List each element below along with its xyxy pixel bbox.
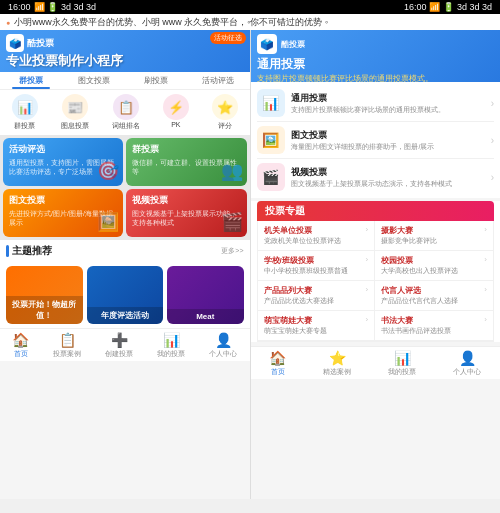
vt-brand[interactable]: › 代言人评选 产品品位代言代言人选择	[375, 281, 493, 311]
right-logo-text: 酷投票	[281, 39, 305, 50]
vt-school[interactable]: › 学校/班级投票 中小学校投票班级投票普通	[258, 251, 376, 281]
right-nav-select[interactable]: ⭐ 精选案例	[323, 350, 351, 377]
vt-product[interactable]: › 产品品列大赛 产品品比优选大赛选择	[258, 281, 376, 311]
right-nav-home[interactable]: 🏠 首页	[269, 350, 286, 377]
right-nav-myvote-icon: 📊	[394, 350, 411, 366]
left-nav-my-label: 我的投票	[157, 349, 185, 359]
tab-group-vote[interactable]: 群投票	[0, 72, 62, 89]
rfi-video-vote[interactable]: 🎬 视频投票 图文视频基于上架投票展示动态演示，支持各种模式 ›	[257, 159, 495, 195]
right-nav-myvote[interactable]: 📊 我的投票	[388, 350, 416, 377]
rfi-arrow-general: ›	[491, 98, 494, 109]
func-score[interactable]: ⭐ 评分	[212, 94, 238, 131]
vt-calligraphy-main: 书法大赛	[381, 315, 487, 326]
top-bar-right: 16:00 📶 🔋 3d 3d 3d	[404, 2, 492, 12]
rfi-title-general: 通用投票	[291, 92, 485, 105]
vt-campus-sub: 大学高校也出入投票评选	[381, 266, 487, 276]
app-logo-icon: 🗳️	[6, 34, 24, 52]
right-nav-profile[interactable]: 👤 个人中心	[453, 350, 481, 377]
feature-card-activity[interactable]: 活动评选 通用型投票，支持图片，需图展颜比赛活动评选，专广泛场景 🎯	[3, 138, 123, 186]
right-nav-select-label: 精选案例	[323, 367, 351, 377]
left-nav-my-icon: 📊	[163, 332, 180, 348]
right-time: 16:00	[404, 2, 427, 12]
theme-card-1[interactable]: 年度评选活动	[87, 266, 164, 324]
marquee-text: 小明www永久免费平台的优势、小明 www 永久免费平台，◦你不可错过的优势 ◦	[14, 16, 328, 29]
left-nav-profile[interactable]: 👤 个人中心	[209, 332, 237, 359]
vt-photo[interactable]: › 摄影大赛 摄影竞争比赛评比	[375, 221, 493, 251]
theme-more[interactable]: 更多>>	[221, 246, 243, 256]
vt-school-sub: 中小学校投票班级投票普通	[264, 266, 369, 276]
theme-card-2[interactable]: Meat	[167, 266, 244, 324]
func-label-pk: PK	[171, 121, 180, 128]
feature-grid: 活动评选 通用型投票，支持图片，需图展颜比赛活动评选，专广泛场景 🎯 群投票 微…	[0, 135, 250, 240]
left-nav-profile-icon: 👤	[215, 332, 232, 348]
vt-campus[interactable]: › 校园投票 大学高校也出入投票评选	[375, 251, 493, 281]
app-logo-text: 酷投票	[27, 37, 54, 50]
rfi-content-video: 视频投票 图文视频基于上架投票展示动态演示，支持各种模式	[291, 166, 485, 188]
rfi-title-video: 视频投票	[291, 166, 485, 179]
left-nav-home[interactable]: 🏠 首页	[12, 332, 29, 359]
right-nav-myvote-label: 我的投票	[388, 367, 416, 377]
feature-card-group[interactable]: 群投票 微信群，可建立群、设置投票属性等 👥	[126, 138, 246, 186]
vt-brand-main: 代言人评选	[381, 285, 487, 296]
left-time: 16:00	[8, 2, 31, 12]
right-nav-home-icon: 🏠	[269, 350, 286, 366]
func-news-vote[interactable]: 📰 图息投票	[61, 94, 89, 131]
theme-card-text-0: 投票开始！物超所值！	[6, 296, 83, 324]
feature-card-image[interactable]: 图文投票 先进投评方式/图片/图册/海量数据展示 🖼️	[3, 189, 123, 237]
left-nav-my[interactable]: 📊 我的投票	[157, 332, 185, 359]
left-nav-case[interactable]: 📋 投票案例	[53, 332, 81, 359]
vt-gov[interactable]: › 机关单位投票 党政机关单位位投票评选	[258, 221, 376, 251]
func-rank[interactable]: 📋 词组排名	[112, 94, 140, 131]
right-nav-select-icon: ⭐	[329, 350, 346, 366]
func-group-vote[interactable]: 📊 群投票	[12, 94, 38, 131]
right-panel: 🗳️ 酷投票 通用投票 支持图片投票顿顿比赛评比场景的通用投票模式。 📊 通用投…	[251, 30, 501, 499]
vt-product-main: 产品品列大赛	[264, 285, 369, 296]
fc-icon-2: 🖼️	[97, 211, 119, 233]
theme-card-text-1: 年度评选活动	[87, 307, 164, 324]
func-icons-row: 📊 群投票 📰 图息投票 📋 词组排名 ⚡ PK ⭐ 评分	[0, 90, 250, 135]
rfi-icon-general: 📊	[257, 89, 285, 117]
tab-brush-vote[interactable]: 刷投票	[125, 72, 187, 89]
vt-brand-sub: 产品品位代言代言人选择	[381, 296, 487, 306]
vt-gov-main: 机关单位投票	[264, 225, 369, 236]
theme-cards: 投票开始！物超所值！ 年度评选活动 Meat	[0, 262, 250, 328]
right-bottom-nav: 🏠 首页 ⭐ 精选案例 📊 我的投票 👤 个人中心	[251, 346, 501, 379]
rfi-general-vote[interactable]: 📊 通用投票 支持图片投票顿顿比赛评比场景的通用投票模式。 ›	[257, 85, 495, 122]
main-layout: 活动征选 🗳️ 酷投票 专业投票制作小程序 群投票 图文投票 刷投票 活动评选 …	[0, 30, 500, 499]
vt-calligraphy[interactable]: › 书法大赛 书法书画作品评选投票	[375, 311, 493, 341]
fc-title-2: 图文投票	[9, 194, 117, 207]
rfi-desc-image: 海量图片/图文详细投票的排赛助手，图册/展示	[291, 142, 485, 151]
vt-baby-arrow: ›	[366, 315, 369, 324]
left-nav-create-label: 创建投票	[105, 349, 133, 359]
left-icons: 📶 🔋	[34, 2, 59, 12]
vt-baby[interactable]: › 萌宝萌娃大赛 萌宝宝萌娃大赛专题	[258, 311, 376, 341]
vt-baby-sub: 萌宝宝萌娃大赛专题	[264, 326, 369, 336]
left-nav-home-icon: 🏠	[12, 332, 29, 348]
tab-activity[interactable]: 活动评选	[187, 72, 249, 89]
vt-school-arrow: ›	[366, 255, 369, 264]
func-label-group: 群投票	[14, 121, 35, 131]
marquee-dot: ●	[6, 19, 10, 26]
right-time-left: 3d 3d 3d	[61, 2, 96, 12]
rfi-content-image: 图文投票 海量图片/图文详细投票的排赛助手，图册/展示	[291, 129, 485, 151]
left-nav-profile-label: 个人中心	[209, 349, 237, 359]
rfi-desc-general: 支持图片投票顿顿比赛评比场景的通用投票模式。	[291, 105, 485, 114]
func-pk[interactable]: ⚡ PK	[163, 94, 189, 131]
rfi-arrow-image: ›	[491, 135, 494, 146]
func-icon-score: ⭐	[212, 94, 238, 120]
rfi-content-general: 通用投票 支持图片投票顿顿比赛评比场景的通用投票模式。	[291, 92, 485, 114]
fc-icon-1: 👥	[221, 160, 243, 182]
left-nav-create-icon: ➕	[111, 332, 128, 348]
left-nav-create[interactable]: ➕ 创建投票	[105, 332, 133, 359]
rfi-image-vote[interactable]: 🖼️ 图文投票 海量图片/图文详细投票的排赛助手，图册/展示 ›	[257, 122, 495, 159]
func-icon-rank: 📋	[113, 94, 139, 120]
fc-title-3: 视频投票	[132, 194, 240, 207]
right-icons: 📶 🔋	[429, 2, 454, 12]
feature-card-video[interactable]: 视频投票 图文视频基于上架投票展示功能，支持各种模式 🎬	[126, 189, 246, 237]
left-bottom-nav: 🏠 首页 📋 投票案例 ➕ 创建投票 📊 我的投票 👤 个人中心	[0, 328, 250, 361]
rfi-icon-video: 🎬	[257, 163, 285, 191]
func-label-news: 图息投票	[61, 121, 89, 131]
func-label-score: 评分	[218, 121, 232, 131]
theme-card-0[interactable]: 投票开始！物超所值！	[6, 266, 83, 324]
tab-image-vote[interactable]: 图文投票	[62, 72, 124, 89]
